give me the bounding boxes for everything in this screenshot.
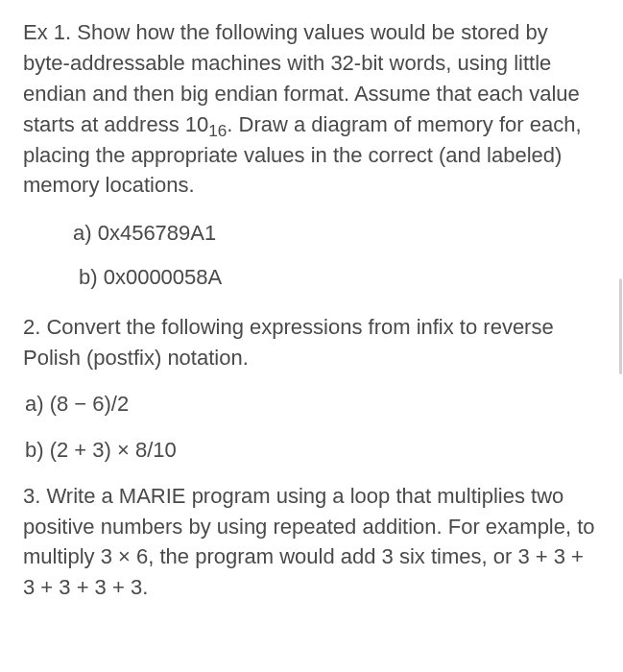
q2-option-b: b) (2 + 3) × 8/10 — [23, 435, 600, 466]
ex1-option-a: a) 0x456789A1 — [23, 218, 600, 249]
q2-option-a: a) (8 − 6)/2 — [23, 389, 600, 420]
scrollbar-thumb[interactable] — [619, 278, 622, 374]
question-2-intro: 2. Convert the following expressions fro… — [23, 312, 600, 373]
ex1-subscript: 16 — [208, 121, 227, 140]
ex1-option-b: b) 0x0000058A — [23, 262, 600, 293]
exercise-1-intro: Ex 1. Show how the following values woul… — [23, 17, 600, 201]
question-3-text: 3. Write a MARIE program using a loop th… — [23, 481, 600, 604]
